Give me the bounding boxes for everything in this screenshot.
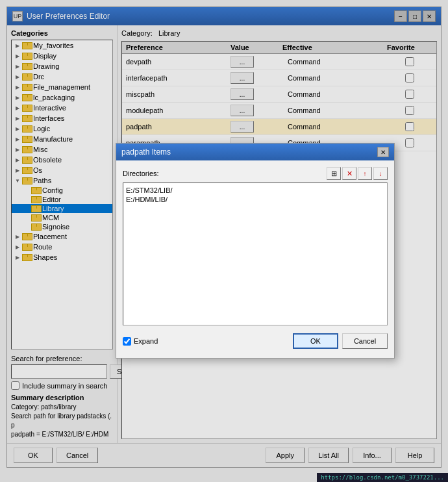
padpath-dialog: padpath Items ✕ Directories: ⊞ ✕ ↑ [116,143,395,359]
grid-icon: ⊞ [331,170,337,178]
dialog-title: padpath Items [121,147,171,157]
remove-dir-button[interactable]: ✕ [342,167,356,180]
expand-checkbox[interactable] [123,337,131,346]
move-up-button[interactable]: ↑ [358,167,372,180]
dialog-footer: Expand OK Cancel [123,331,388,351]
dialog-cancel-button[interactable]: Cancel [342,333,388,349]
dialog-footer-left: Expand [123,337,158,346]
up-arrow-icon: ↑ [364,170,367,177]
dir-entry[interactable]: E:/HDMI/LIB/ [126,195,384,204]
dialog-toolbar: ⊞ ✕ ↑ ↓ [327,167,388,180]
dialog-overlay: padpath Items ✕ Directories: ⊞ ✕ ↑ [0,0,448,482]
url-bar: https://blog.csdn.net/m0_3737221... [317,473,448,482]
dir-entry[interactable]: E:/STM32/LIB/ [126,186,384,195]
dialog-ok-button[interactable]: OK [293,333,338,349]
add-dir-button[interactable]: ⊞ [327,167,341,180]
dialog-close-button[interactable]: ✕ [377,147,389,157]
dialog-title-bar: padpath Items ✕ [116,144,394,160]
move-down-button[interactable]: ↓ [373,167,388,180]
expand-label: Expand [134,337,158,345]
directories-list[interactable]: E:/STM32/LIB/E:/HDMI/LIB/ [123,183,388,325]
down-arrow-icon: ↓ [379,170,382,177]
dialog-body: Directories: ⊞ ✕ ↑ ↓ [116,160,394,358]
dialog-dir-header: Directories: ⊞ ✕ ↑ ↓ [123,167,388,180]
directories-label: Directories: [123,170,159,177]
dialog-footer-right: OK Cancel [293,333,388,349]
delete-icon: ✕ [347,170,353,178]
